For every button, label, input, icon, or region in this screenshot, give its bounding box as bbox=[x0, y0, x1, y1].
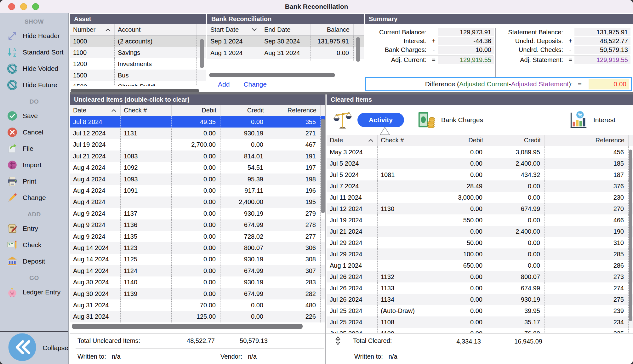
sidebar-item-change[interactable]: Change bbox=[0, 190, 68, 206]
table-row[interactable]: Aug 14 202411250.00930.19308 bbox=[70, 254, 326, 265]
sidebar-item-file[interactable]: File bbox=[0, 140, 68, 157]
column-header-check[interactable]: Check # bbox=[120, 105, 171, 116]
cleared-vertical-scrollbar[interactable] bbox=[629, 150, 632, 321]
table-row[interactable]: 1200Investments bbox=[70, 58, 206, 70]
sidebar-item-hide-header[interactable]: Hide Header bbox=[0, 28, 68, 44]
table-row[interactable]: Aug 14 202411240.00674.99307 bbox=[70, 265, 326, 276]
bankrec-horizontal-scrollbar[interactable] bbox=[209, 73, 335, 77]
sidebar-item-save[interactable]: Save bbox=[0, 108, 68, 124]
column-header-reference[interactable]: Reference bbox=[268, 105, 320, 116]
sidebar-item-check[interactable]: $Check bbox=[0, 237, 68, 253]
column-header-date[interactable]: Date bbox=[327, 135, 377, 146]
table-row[interactable]: Jul 7 202428.490.00376 bbox=[327, 180, 633, 192]
uncleared-horizontal-scrollbar[interactable] bbox=[72, 324, 303, 329]
table-row[interactable]: Jul 5 20240.002,400.00185 bbox=[327, 158, 633, 169]
asset-vertical-scrollbar[interactable] bbox=[200, 39, 204, 68]
tab-bank-charges[interactable]: Bank Charges bbox=[417, 110, 483, 130]
table-row[interactable]: Aug 4 202410910.00917.11196 bbox=[70, 185, 326, 196]
column-header-date[interactable]: Date bbox=[70, 105, 120, 116]
cell: 274 bbox=[545, 282, 628, 294]
column-header-reference[interactable]: Reference bbox=[545, 135, 628, 146]
column-header-number[interactable]: Number bbox=[70, 24, 114, 35]
bankrec-vertical-scrollbar[interactable] bbox=[356, 37, 360, 62]
table-row[interactable]: Aug 14 202411230.00800.07306 bbox=[70, 242, 326, 253]
table-row[interactable] bbox=[207, 59, 364, 61]
change-link[interactable]: Change bbox=[243, 81, 267, 88]
table-row[interactable]: 1520Church Buildi bbox=[70, 81, 206, 86]
table-row[interactable]: May 3 20240.003,089.95456 bbox=[327, 146, 633, 158]
column-header-debit[interactable]: Debit bbox=[429, 135, 487, 146]
tab-label[interactable]: Interest bbox=[593, 116, 615, 124]
sidebar-item-print[interactable]: Print bbox=[0, 173, 68, 190]
column-header-credit[interactable]: Credit bbox=[487, 135, 545, 146]
table-row[interactable]: Jul 21 20240.002,400.00190 bbox=[327, 226, 633, 237]
table-row[interactable]: Jul 21 202410830.00814.01191 bbox=[70, 151, 326, 162]
table-row[interactable]: Jul 12 202411310.00930.19271 bbox=[70, 128, 326, 139]
table-row[interactable]: Aug 31 202470.000.00480 bbox=[70, 299, 326, 311]
sidebar-item-standard-sort[interactable]: AZStandard Sort bbox=[0, 44, 68, 60]
table-row[interactable]: Jul 29 2024100.000.00285 bbox=[327, 248, 633, 260]
sidebar-item-label: Hide Voided bbox=[23, 65, 58, 72]
table-row[interactable]: Aug 1 2024Aug 31 20240.00 bbox=[207, 47, 364, 59]
table-row[interactable]: Jul 19 2024550.000.00466 bbox=[327, 214, 633, 226]
column-header-credit[interactable]: Credit bbox=[220, 105, 268, 116]
add-link[interactable]: Add bbox=[218, 81, 230, 88]
column-header-check[interactable]: Check # bbox=[377, 135, 429, 146]
table-row[interactable]: Aug 30 202411390.00674.99282 bbox=[70, 288, 326, 299]
table-row[interactable]: Aug 4 20240.002,400.00195 bbox=[70, 196, 326, 208]
table-row[interactable]: Jul 29 202450.000.00310 bbox=[327, 237, 633, 248]
table-row[interactable]: Aug 9 202411350.00728.02277 bbox=[70, 231, 326, 242]
cell: Sep 30 2024 bbox=[261, 36, 310, 47]
vendor-label: Vendor: bbox=[220, 353, 242, 360]
sidebar-item-entry[interactable]: Entry bbox=[0, 220, 68, 237]
table-row[interactable]: Jul 12 202411300.00674.99270 bbox=[327, 203, 633, 214]
uncleared-vertical-scrollbar[interactable] bbox=[321, 119, 325, 213]
sidebar-item-collapse[interactable]: Collapse bbox=[0, 331, 68, 364]
table-row[interactable]: Jul 26 202411330.00674.99274 bbox=[327, 282, 633, 294]
table-row[interactable]: Jul 25 2024(Auto-Draw)0.0039.95239 bbox=[327, 305, 633, 316]
table-row[interactable]: Aug 4 202410930.0095.39198 bbox=[70, 173, 326, 185]
cell: Jul 26 2024 bbox=[327, 271, 377, 282]
close-button[interactable] bbox=[8, 3, 15, 10]
zoom-button[interactable] bbox=[32, 3, 39, 10]
column-header-start-date[interactable]: Start Date bbox=[207, 24, 261, 35]
table-row[interactable]: Aug 31 2024125.000.00226 bbox=[70, 311, 326, 322]
column-header-account[interactable]: Account bbox=[114, 24, 196, 35]
sidebar-item-import[interactable]: Import bbox=[0, 157, 68, 173]
sidebar-item-ledger-entry[interactable]: Ledger Entry bbox=[0, 284, 68, 300]
sidebar-item-hide-future[interactable]: Hide Future bbox=[0, 77, 68, 93]
asset-table: 1000(2 accounts)1100Savings1200Investmen… bbox=[70, 36, 206, 86]
table-row[interactable]: 1000(2 accounts) bbox=[70, 36, 206, 47]
table-row[interactable]: Jul 26 202411320.00800.07273 bbox=[327, 271, 633, 282]
table-row[interactable]: Jul 25 202411080.0035.17234 bbox=[327, 316, 633, 328]
expand-collapse-icon[interactable] bbox=[334, 336, 342, 345]
table-row[interactable]: Jul 25 202411090.0076.89235 bbox=[327, 328, 633, 333]
table-row[interactable]: 1100Savings bbox=[70, 47, 206, 58]
table-row[interactable]: Jul 5 202410810.00434.32187 bbox=[327, 169, 633, 180]
table-row[interactable]: Jul 8 202449.350.00355 bbox=[70, 116, 326, 128]
table-row[interactable]: Jul 19 20242,700.000.00467 bbox=[70, 139, 326, 151]
cell bbox=[377, 158, 429, 169]
tab-interest[interactable]: %Interest bbox=[569, 110, 615, 130]
table-row[interactable]: Aug 30 202411400.00930.19283 bbox=[70, 276, 326, 288]
tab-activity[interactable]: Activity bbox=[333, 110, 404, 130]
sidebar-item-cancel[interactable]: Cancel bbox=[0, 124, 68, 140]
table-row[interactable]: 1500Bus bbox=[70, 70, 206, 81]
table-row[interactable]: Sep 1 2024Sep 30 2024131,975.91 bbox=[207, 36, 364, 47]
column-header-end-date[interactable]: End Date bbox=[261, 24, 310, 35]
sidebar-section-header-add: ADD bbox=[0, 206, 68, 220]
table-row[interactable]: Aug 4 202410920.0054.51197 bbox=[70, 162, 326, 173]
table-row[interactable]: Aug 9 202411360.00674.99278 bbox=[70, 219, 326, 231]
sidebar-item-hide-voided[interactable]: Hide Voided bbox=[0, 60, 68, 77]
column-header-debit[interactable]: Debit bbox=[171, 105, 220, 116]
tab-label[interactable]: Bank Charges bbox=[441, 116, 483, 124]
table-row[interactable]: Jul 26 202411340.00930.19275 bbox=[327, 294, 633, 305]
table-row[interactable]: Aug 1 2024650.000.00286 bbox=[327, 260, 633, 271]
table-row[interactable]: Aug 9 202411370.00930.19279 bbox=[70, 208, 326, 219]
cell: Jul 19 2024 bbox=[70, 139, 120, 151]
column-header-balance[interactable]: Balance bbox=[310, 24, 353, 35]
minimize-button[interactable] bbox=[20, 3, 27, 10]
tab-label[interactable]: Activity bbox=[357, 113, 404, 127]
table-row[interactable]: Jul 11 20243,000.000.00230 bbox=[327, 192, 633, 203]
sidebar-item-deposit[interactable]: Deposit bbox=[0, 253, 68, 270]
